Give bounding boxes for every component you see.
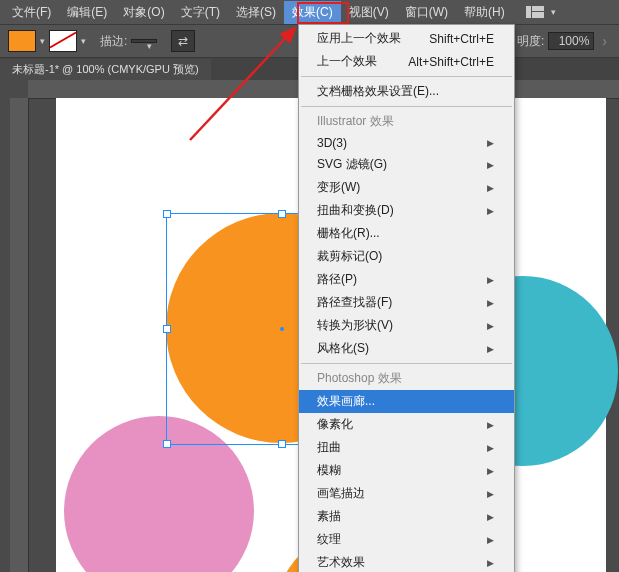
menu-doc-raster-settings[interactable]: 文档栅格效果设置(E)... (299, 80, 514, 103)
menu-window[interactable]: 窗口(W) (397, 1, 456, 24)
stroke-weight-dropdown[interactable] (131, 39, 157, 43)
submenu-arrow-icon: ▶ (487, 466, 494, 476)
submenu-arrow-icon: ▶ (487, 206, 494, 216)
menu-3d[interactable]: 3D(3)▶ (299, 133, 514, 153)
document-tab[interactable]: 未标题-1* @ 100% (CMYK/GPU 预览) (0, 59, 211, 80)
menu-type[interactable]: 文字(T) (173, 1, 228, 24)
menu-blur[interactable]: 模糊▶ (299, 459, 514, 482)
menu-apply-last-effect[interactable]: 应用上一个效果Shift+Ctrl+E (299, 27, 514, 50)
submenu-arrow-icon: ▶ (487, 160, 494, 170)
menubar: 文件(F) 编辑(E) 对象(O) 文字(T) 选择(S) 效果(C) 视图(V… (0, 0, 619, 24)
submenu-arrow-icon: ▶ (487, 489, 494, 499)
menu-help[interactable]: 帮助(H) (456, 1, 513, 24)
menu-distort-transform[interactable]: 扭曲和变换(D)▶ (299, 199, 514, 222)
submenu-arrow-icon: ▶ (487, 298, 494, 308)
effect-dropdown: 应用上一个效果Shift+Ctrl+E 上一个效果Alt+Shift+Ctrl+… (298, 24, 515, 572)
vertical-ruler[interactable] (10, 98, 29, 572)
opacity-field[interactable]: 100% (548, 32, 594, 50)
submenu-arrow-icon: ▶ (487, 321, 494, 331)
submenu-arrow-icon: ▶ (487, 512, 494, 522)
svg-rect-1 (532, 6, 544, 11)
submenu-arrow-icon: ▶ (487, 558, 494, 568)
submenu-arrow-icon: ▶ (487, 183, 494, 193)
submenu-arrow-icon: ▶ (487, 535, 494, 545)
photoshop-effects-header: Photoshop 效果 (299, 367, 514, 390)
fill-swatch[interactable] (8, 30, 36, 52)
swap-button[interactable]: ⇄ (171, 30, 195, 52)
menu-rasterize[interactable]: 栅格化(R)... (299, 222, 514, 245)
menu-stylize-ai[interactable]: 风格化(S)▶ (299, 337, 514, 360)
menu-effect-gallery[interactable]: 效果画廊... (299, 390, 514, 413)
layout-icon[interactable] (521, 3, 549, 21)
menu-svg-filters[interactable]: SVG 滤镜(G)▶ (299, 153, 514, 176)
menu-warp[interactable]: 变形(W)▶ (299, 176, 514, 199)
menu-select[interactable]: 选择(S) (228, 1, 284, 24)
chevron-down-icon[interactable]: ▾ (551, 7, 556, 17)
stroke-label: 描边: (100, 33, 127, 50)
chevron-down-icon[interactable]: ▾ (81, 36, 86, 46)
illustrator-effects-header: Illustrator 效果 (299, 110, 514, 133)
menu-brush-strokes[interactable]: 画笔描边▶ (299, 482, 514, 505)
menu-view[interactable]: 视图(V) (341, 1, 397, 24)
menu-file[interactable]: 文件(F) (4, 1, 59, 24)
svg-rect-0 (526, 6, 531, 18)
menu-crop-marks[interactable]: 裁剪标记(O) (299, 245, 514, 268)
submenu-arrow-icon: ▶ (487, 138, 494, 148)
svg-rect-2 (532, 12, 544, 18)
chevron-down-icon[interactable]: ▾ (40, 36, 45, 46)
nav-next-icon[interactable]: › (598, 33, 611, 49)
menu-artistic[interactable]: 艺术效果▶ (299, 551, 514, 572)
stroke-swatch[interactable] (49, 30, 77, 52)
menu-object[interactable]: 对象(O) (115, 1, 172, 24)
opacity-label: 明度: (517, 33, 544, 50)
menu-last-effect[interactable]: 上一个效果Alt+Shift+Ctrl+E (299, 50, 514, 73)
submenu-arrow-icon: ▶ (487, 275, 494, 285)
menu-distort-ps[interactable]: 扭曲▶ (299, 436, 514, 459)
menu-convert-shape[interactable]: 转换为形状(V)▶ (299, 314, 514, 337)
submenu-arrow-icon: ▶ (487, 443, 494, 453)
menu-path[interactable]: 路径(P)▶ (299, 268, 514, 291)
submenu-arrow-icon: ▶ (487, 420, 494, 430)
menu-pathfinder[interactable]: 路径查找器(F)▶ (299, 291, 514, 314)
menu-sketch[interactable]: 素描▶ (299, 505, 514, 528)
menu-effect[interactable]: 效果(C) (284, 1, 341, 24)
menu-texture[interactable]: 纹理▶ (299, 528, 514, 551)
menu-pixelate[interactable]: 像素化▶ (299, 413, 514, 436)
menu-edit[interactable]: 编辑(E) (59, 1, 115, 24)
submenu-arrow-icon: ▶ (487, 344, 494, 354)
